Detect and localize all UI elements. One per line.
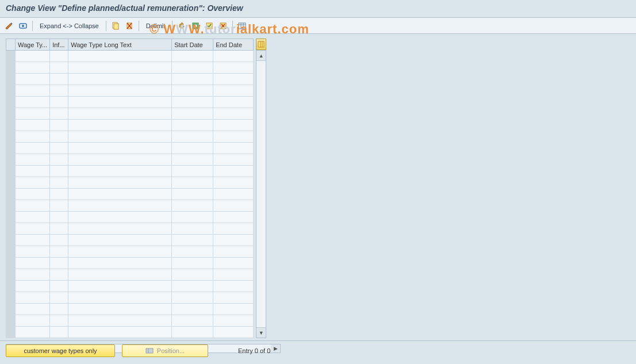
cell[interactable] [16, 315, 50, 327]
row-selector[interactable] [6, 154, 16, 166]
cell[interactable] [172, 154, 213, 166]
row-selector[interactable] [6, 315, 16, 327]
cell[interactable] [172, 304, 213, 315]
cell[interactable] [213, 97, 254, 108]
cell[interactable] [16, 166, 50, 177]
cell[interactable] [16, 223, 50, 235]
cell[interactable] [68, 74, 172, 85]
column-header[interactable]: End Date [213, 39, 254, 51]
cell[interactable] [172, 120, 213, 131]
toggle-display-change-icon[interactable] [3, 20, 15, 32]
cell[interactable] [172, 131, 213, 143]
cell[interactable] [50, 108, 68, 120]
cell[interactable] [50, 62, 68, 74]
cell[interactable] [16, 74, 50, 85]
cell[interactable] [68, 85, 172, 97]
select-block-icon[interactable] [204, 20, 215, 32]
cell[interactable] [68, 51, 172, 62]
cell[interactable] [68, 292, 172, 304]
undo-icon[interactable] [176, 20, 187, 32]
column-header[interactable]: Wage Type Long Text [68, 39, 172, 51]
row-selector[interactable] [6, 246, 16, 258]
cell[interactable] [172, 74, 213, 85]
cell[interactable] [50, 154, 68, 166]
cell[interactable] [213, 212, 254, 223]
row-selector[interactable] [6, 143, 16, 154]
cell[interactable] [213, 85, 254, 97]
customer-wage-types-button[interactable]: customer wage types only [6, 344, 115, 357]
row-selector[interactable] [6, 108, 16, 120]
cell[interactable] [68, 246, 172, 258]
cell[interactable] [16, 62, 50, 74]
cell[interactable] [16, 258, 50, 269]
cell[interactable] [68, 200, 172, 212]
cell[interactable] [50, 177, 68, 189]
cell[interactable] [213, 62, 254, 74]
cell[interactable] [172, 177, 213, 189]
cell[interactable] [16, 269, 50, 281]
cell[interactable] [16, 212, 50, 223]
cell[interactable] [50, 223, 68, 235]
cell[interactable] [68, 327, 172, 338]
cell[interactable] [213, 327, 254, 338]
row-selector[interactable] [6, 74, 16, 85]
cell[interactable] [50, 269, 68, 281]
cell[interactable] [68, 189, 172, 200]
cell[interactable] [213, 246, 254, 258]
cell[interactable] [16, 143, 50, 154]
cell[interactable] [172, 327, 213, 338]
table-settings-icon[interactable] [236, 20, 248, 32]
cell[interactable] [172, 200, 213, 212]
scroll-track[interactable] [256, 61, 266, 327]
cell[interactable] [50, 200, 68, 212]
cell[interactable] [172, 51, 213, 62]
cell[interactable] [213, 51, 254, 62]
cell[interactable] [68, 235, 172, 246]
cell[interactable] [68, 97, 172, 108]
cell[interactable] [16, 120, 50, 131]
cell[interactable] [172, 246, 213, 258]
cell[interactable] [50, 85, 68, 97]
cell[interactable] [172, 223, 213, 235]
row-selector[interactable] [6, 189, 16, 200]
cell[interactable] [68, 166, 172, 177]
cell[interactable] [172, 269, 213, 281]
data-table[interactable]: Wage Ty...Inf...Wage Type Long TextStart… [6, 39, 254, 338]
cell[interactable] [50, 246, 68, 258]
row-selector[interactable] [6, 131, 16, 143]
row-selector[interactable] [6, 292, 16, 304]
row-selector[interactable] [6, 304, 16, 315]
cell[interactable] [172, 315, 213, 327]
configure-columns-icon[interactable] [256, 39, 266, 50]
cell[interactable] [16, 85, 50, 97]
row-selector[interactable] [6, 269, 16, 281]
row-selector[interactable] [6, 85, 16, 97]
cell[interactable] [68, 120, 172, 131]
cell[interactable] [16, 131, 50, 143]
copy-icon[interactable] [110, 20, 121, 32]
cell[interactable] [50, 292, 68, 304]
cell[interactable] [213, 292, 254, 304]
cell[interactable] [68, 154, 172, 166]
row-selector[interactable] [6, 120, 16, 131]
cell[interactable] [213, 108, 254, 120]
cell[interactable] [172, 189, 213, 200]
cell[interactable] [50, 51, 68, 62]
cell[interactable] [172, 166, 213, 177]
delimit-button[interactable]: Delimit [143, 22, 169, 29]
cell[interactable] [68, 212, 172, 223]
cell[interactable] [16, 154, 50, 166]
cell[interactable] [68, 131, 172, 143]
delete-icon[interactable] [124, 20, 135, 32]
cell[interactable] [213, 258, 254, 269]
cell[interactable] [213, 223, 254, 235]
expand-collapse-button[interactable]: Expand <-> Collapse [36, 22, 102, 29]
cell[interactable] [50, 74, 68, 85]
cell[interactable] [213, 281, 254, 292]
cell[interactable] [68, 177, 172, 189]
cell[interactable] [213, 200, 254, 212]
row-selector[interactable] [6, 97, 16, 108]
cell[interactable] [213, 269, 254, 281]
cell[interactable] [213, 131, 254, 143]
cell[interactable] [213, 120, 254, 131]
